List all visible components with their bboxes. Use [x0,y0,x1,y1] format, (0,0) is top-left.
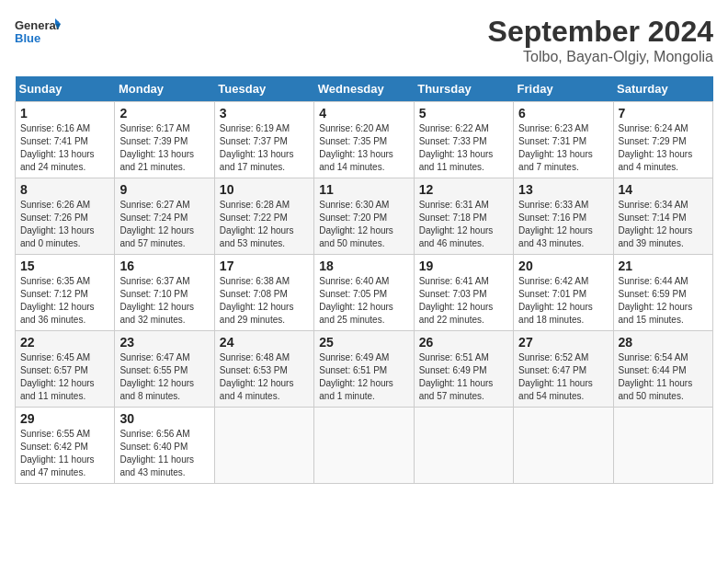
calendar-day-cell: 21Sunrise: 6:44 AMSunset: 6:59 PMDayligh… [613,255,712,331]
calendar-day-cell: 24Sunrise: 6:48 AMSunset: 6:53 PMDayligh… [214,331,313,408]
day-number: 9 [119,182,209,197]
day-detail: Sunrise: 6:33 AMSunset: 7:16 PMDaylight:… [518,200,593,248]
calendar-day-cell: 10Sunrise: 6:28 AMSunset: 7:22 PMDayligh… [214,178,313,255]
day-detail: Sunrise: 6:20 AMSunset: 7:35 PMDaylight:… [319,123,393,172]
calendar-day-cell: 22Sunrise: 6:45 AMSunset: 6:57 PMDayligh… [16,331,115,408]
day-number: 21 [619,259,708,273]
day-number: 13 [518,182,608,197]
day-number: 5 [419,106,508,121]
calendar-week-row: 22Sunrise: 6:45 AMSunset: 6:57 PMDayligh… [16,331,713,408]
calendar-day-cell: 30Sunrise: 6:56 AMSunset: 6:40 PMDayligh… [115,408,214,484]
day-detail: Sunrise: 6:37 AMSunset: 7:10 PMDaylight:… [119,276,194,325]
calendar-table: SundayMondayTuesdayWednesdayThursdayFrid… [15,76,713,484]
calendar-day-cell: 13Sunrise: 6:33 AMSunset: 7:16 PMDayligh… [514,178,613,255]
day-number: 24 [220,335,309,350]
svg-text:Blue: Blue [15,31,40,45]
day-detail: Sunrise: 6:17 AMSunset: 7:39 PMDaylight:… [119,123,194,172]
day-number: 11 [319,182,408,197]
title-area: September 2024 Tolbo, Bayan-Olgiy, Mongo… [488,15,713,65]
day-detail: Sunrise: 6:41 AMSunset: 7:03 PMDaylight:… [419,276,494,325]
day-detail: Sunrise: 6:27 AMSunset: 7:24 PMDaylight:… [119,200,194,248]
calendar-day-cell: 18Sunrise: 6:40 AMSunset: 7:05 PMDayligh… [314,255,414,331]
calendar-day-cell: 5Sunrise: 6:22 AMSunset: 7:33 PMDaylight… [414,102,513,178]
logo-bird-icon: General Blue [15,15,61,52]
page-subtitle: Tolbo, Bayan-Olgiy, Mongolia [488,49,713,65]
day-number: 1 [20,106,109,121]
calendar-week-row: 8Sunrise: 6:26 AMSunset: 7:26 PMDaylight… [16,178,713,255]
day-detail: Sunrise: 6:30 AMSunset: 7:20 PMDaylight:… [319,200,393,248]
calendar-week-row: 29Sunrise: 6:55 AMSunset: 6:42 PMDayligh… [16,408,713,484]
calendar-day-cell: 3Sunrise: 6:19 AMSunset: 7:37 PMDaylight… [214,102,313,178]
calendar-day-cell: 2Sunrise: 6:17 AMSunset: 7:39 PMDaylight… [115,102,214,178]
calendar-day-cell [214,408,313,484]
calendar-day-cell: 14Sunrise: 6:34 AMSunset: 7:14 PMDayligh… [613,178,712,255]
calendar-day-cell: 7Sunrise: 6:24 AMSunset: 7:29 PMDaylight… [613,102,712,178]
day-number: 16 [119,259,209,273]
calendar-day-cell [314,408,414,484]
calendar-day-cell: 27Sunrise: 6:52 AMSunset: 6:47 PMDayligh… [514,331,613,408]
day-number: 22 [20,335,109,350]
day-detail: Sunrise: 6:38 AMSunset: 7:08 PMDaylight:… [220,276,294,325]
calendar-day-cell: 29Sunrise: 6:55 AMSunset: 6:42 PMDayligh… [16,408,115,484]
calendar-day-cell: 28Sunrise: 6:54 AMSunset: 6:44 PMDayligh… [613,331,712,408]
weekday-header: Friday [514,76,613,102]
day-detail: Sunrise: 6:28 AMSunset: 7:22 PMDaylight:… [220,200,294,248]
calendar-day-cell: 20Sunrise: 6:42 AMSunset: 7:01 PMDayligh… [514,255,613,331]
day-detail: Sunrise: 6:31 AMSunset: 7:18 PMDaylight:… [419,200,494,248]
day-number: 28 [619,335,708,350]
header: General Blue September 2024 Tolbo, Bayan… [15,15,713,65]
calendar-day-cell: 25Sunrise: 6:49 AMSunset: 6:51 PMDayligh… [314,331,414,408]
calendar-day-cell: 6Sunrise: 6:23 AMSunset: 7:31 PMDaylight… [514,102,613,178]
day-number: 30 [119,411,209,426]
day-detail: Sunrise: 6:40 AMSunset: 7:05 PMDaylight:… [319,276,393,325]
day-number: 25 [319,335,408,350]
weekday-header: Monday [115,76,214,102]
day-number: 2 [119,106,209,121]
day-number: 18 [319,259,408,273]
weekday-header: Tuesday [214,76,313,102]
weekday-header-row: SundayMondayTuesdayWednesdayThursdayFrid… [16,76,713,102]
day-detail: Sunrise: 6:23 AMSunset: 7:31 PMDaylight:… [518,123,593,172]
calendar-day-cell: 26Sunrise: 6:51 AMSunset: 6:49 PMDayligh… [414,331,513,408]
day-number: 7 [619,106,708,121]
weekday-header: Wednesday [314,76,414,102]
day-detail: Sunrise: 6:19 AMSunset: 7:37 PMDaylight:… [220,123,294,172]
calendar-day-cell [414,408,513,484]
day-detail: Sunrise: 6:47 AMSunset: 6:55 PMDaylight:… [119,352,194,401]
calendar-week-row: 15Sunrise: 6:35 AMSunset: 7:12 PMDayligh… [16,255,713,331]
day-number: 23 [119,335,209,350]
day-number: 6 [518,106,608,121]
day-detail: Sunrise: 6:24 AMSunset: 7:29 PMDaylight:… [619,123,693,172]
calendar-day-cell: 19Sunrise: 6:41 AMSunset: 7:03 PMDayligh… [414,255,513,331]
day-number: 8 [20,182,109,197]
day-detail: Sunrise: 6:49 AMSunset: 6:51 PMDaylight:… [319,352,393,401]
logo: General Blue [15,15,61,52]
calendar-day-cell [613,408,712,484]
calendar-day-cell: 17Sunrise: 6:38 AMSunset: 7:08 PMDayligh… [214,255,313,331]
day-number: 14 [619,182,708,197]
calendar-week-row: 1Sunrise: 6:16 AMSunset: 7:41 PMDaylight… [16,102,713,178]
calendar-day-cell: 8Sunrise: 6:26 AMSunset: 7:26 PMDaylight… [16,178,115,255]
day-number: 10 [220,182,309,197]
day-number: 26 [419,335,508,350]
calendar-day-cell: 16Sunrise: 6:37 AMSunset: 7:10 PMDayligh… [115,255,214,331]
calendar-day-cell: 15Sunrise: 6:35 AMSunset: 7:12 PMDayligh… [16,255,115,331]
day-detail: Sunrise: 6:45 AMSunset: 6:57 PMDaylight:… [20,352,95,401]
day-detail: Sunrise: 6:52 AMSunset: 6:47 PMDaylight:… [518,352,593,401]
day-detail: Sunrise: 6:34 AMSunset: 7:14 PMDaylight:… [619,200,693,248]
calendar-day-cell: 9Sunrise: 6:27 AMSunset: 7:24 PMDaylight… [115,178,214,255]
calendar-day-cell: 1Sunrise: 6:16 AMSunset: 7:41 PMDaylight… [16,102,115,178]
calendar-day-cell: 23Sunrise: 6:47 AMSunset: 6:55 PMDayligh… [115,331,214,408]
day-detail: Sunrise: 6:44 AMSunset: 6:59 PMDaylight:… [619,276,693,325]
day-number: 3 [220,106,309,121]
weekday-header: Sunday [16,76,115,102]
day-detail: Sunrise: 6:51 AMSunset: 6:49 PMDaylight:… [419,352,494,401]
day-detail: Sunrise: 6:54 AMSunset: 6:44 PMDaylight:… [619,352,693,401]
day-detail: Sunrise: 6:42 AMSunset: 7:01 PMDaylight:… [518,276,593,325]
day-detail: Sunrise: 6:55 AMSunset: 6:42 PMDaylight:… [20,429,95,477]
day-number: 27 [518,335,608,350]
day-detail: Sunrise: 6:16 AMSunset: 7:41 PMDaylight:… [20,123,95,172]
day-detail: Sunrise: 6:22 AMSunset: 7:33 PMDaylight:… [419,123,494,172]
calendar-day-cell: 4Sunrise: 6:20 AMSunset: 7:35 PMDaylight… [314,102,414,178]
day-number: 20 [518,259,608,273]
